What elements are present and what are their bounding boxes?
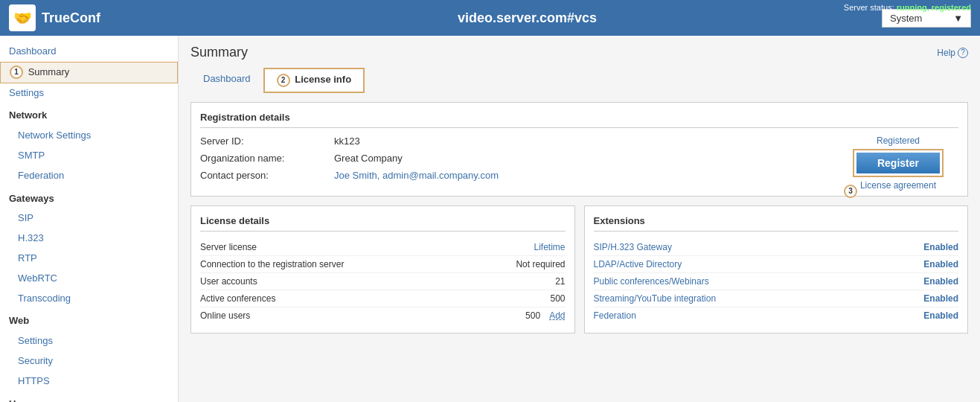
license-card: License details Server license Lifetime … xyxy=(190,205,575,334)
server-id-row: Server ID: kk123 xyxy=(200,135,958,147)
help-icon: ? xyxy=(958,48,968,58)
main-layout: Dashboard 1 Summary Settings Network Net… xyxy=(0,36,980,402)
bottom-cards-row: License details Server license Lifetime … xyxy=(190,205,968,342)
help-link[interactable]: Help ? xyxy=(937,48,968,58)
extensions-card: Extensions SIP/H.323 Gateway Enabled LDA… xyxy=(584,205,969,334)
sidebar-item-webrtc[interactable]: WebRTC xyxy=(0,269,178,289)
license-row-2: User accounts 21 xyxy=(200,273,566,290)
ext-row-4: Federation Enabled xyxy=(594,307,959,324)
sidebar-item-dashboard[interactable]: Dashboard xyxy=(0,42,178,62)
sidebar-item-h323[interactable]: H.323 xyxy=(0,229,178,249)
sidebar-item-settings[interactable]: Settings xyxy=(0,83,178,103)
page-title: Summary xyxy=(190,45,248,60)
sidebar-item-transcoding[interactable]: Transcoding xyxy=(0,289,178,309)
sidebar-category-web: Web xyxy=(0,311,178,331)
content-area: Summary Help ? Dashboard 2 License info … xyxy=(179,36,980,402)
ext-row-3: Streaming/YouTube integration Enabled xyxy=(594,290,959,307)
tab-dashboard[interactable]: Dashboard xyxy=(190,68,263,93)
badge-3: 3 xyxy=(844,185,857,198)
sidebar-item-sip[interactable]: SIP xyxy=(0,208,178,229)
ext-row-2: Public conferences/Webinars Enabled xyxy=(594,273,959,290)
extensions-card-title: Extensions xyxy=(594,215,959,232)
sidebar-item-summary[interactable]: 1 Summary xyxy=(0,62,178,83)
sidebar-category-network: Network xyxy=(0,106,178,126)
registration-card-title: Registration details xyxy=(200,112,958,128)
sidebar-item-web-settings[interactable]: Settings xyxy=(0,331,178,351)
chevron-down-icon: ▼ xyxy=(953,13,963,24)
registration-card: Registration details Server ID: kk123 Or… xyxy=(190,102,968,197)
system-label: System xyxy=(890,13,922,24)
ext-row-0: SIP/H.323 Gateway Enabled xyxy=(594,239,959,256)
contact-value[interactable]: Joe Smith, admin@mail.company.com xyxy=(334,170,499,181)
ext-row-1: LDAP/Active Directory Enabled xyxy=(594,256,959,273)
org-name-row: Organization name: Great Company xyxy=(200,153,958,164)
extension-rows: SIP/H.323 Gateway Enabled LDAP/Active Di… xyxy=(594,239,959,324)
sidebar-item-smtp[interactable]: SMTP xyxy=(0,146,178,166)
org-name-label: Organization name: xyxy=(200,153,334,164)
header: 🤝 TrueConf video.server.com#vcs System ▼… xyxy=(0,0,980,36)
logo: 🤝 TrueConf xyxy=(9,4,173,31)
server-id-value: kk123 xyxy=(334,135,360,147)
server-id-label: Server ID: xyxy=(200,135,334,147)
sidebar-category-gateways: Gateways xyxy=(0,189,178,209)
sidebar-item-rtp[interactable]: RTP xyxy=(0,249,178,269)
registered-label: Registered xyxy=(853,135,944,146)
contact-label: Contact person: xyxy=(200,170,334,181)
sidebar: Dashboard 1 Summary Settings Network Net… xyxy=(0,36,179,402)
license-agreement-link[interactable]: License agreement xyxy=(853,180,944,191)
content-header: Summary Help ? xyxy=(190,45,968,60)
sidebar-item-security[interactable]: Security xyxy=(0,351,178,371)
license-row-4: Online users 500 Add xyxy=(200,307,566,324)
register-button-wrap: 3 Register xyxy=(853,149,944,177)
license-card-title: License details xyxy=(200,215,566,232)
sidebar-item-https[interactable]: HTTPS xyxy=(0,371,178,392)
org-name-value: Great Company xyxy=(334,153,403,164)
header-title: video.server.com#vcs xyxy=(173,10,882,26)
sidebar-category-users: Users xyxy=(0,395,178,402)
register-button[interactable]: Register xyxy=(856,153,940,173)
logo-icon: 🤝 xyxy=(9,4,36,31)
sidebar-item-federation[interactable]: Federation xyxy=(0,166,178,186)
contact-row: Contact person: Joe Smith, admin@mail.co… xyxy=(200,170,958,181)
license-rows: Server license Lifetime Connection to th… xyxy=(200,239,566,324)
badge-2: 2 xyxy=(277,74,290,87)
license-row-0: Server license Lifetime xyxy=(200,239,566,256)
badge-1: 1 xyxy=(10,66,23,79)
sidebar-item-network-settings[interactable]: Network Settings xyxy=(0,126,178,146)
server-status: Server status: running, registered xyxy=(844,3,971,12)
license-row-1: Connection to the registration server No… xyxy=(200,256,566,273)
tabs: Dashboard 2 License info xyxy=(190,68,968,93)
logo-text: TrueConf xyxy=(42,10,100,26)
register-side: Registered 3 Register License agreement xyxy=(853,135,944,191)
license-row-3: Active conferences 500 xyxy=(200,290,566,307)
add-link[interactable]: Add xyxy=(549,310,565,321)
tab-license-info[interactable]: 2 License info xyxy=(263,68,365,93)
